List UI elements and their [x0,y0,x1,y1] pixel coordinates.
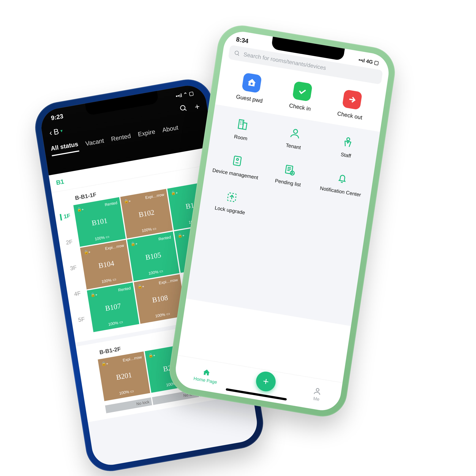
room-status: Expi…rrow [105,243,124,251]
lock-icon: 🔒₊ [77,206,84,212]
building-selector[interactable]: B [53,127,59,136]
lock-icon: 🔒₊ [130,241,137,246]
room-name: B102 [126,206,167,221]
tab-vacant[interactable]: Vacant [85,137,105,150]
search-icon[interactable] [179,104,188,115]
tab-rented[interactable]: Rented [111,132,132,146]
menu-grid: RoomTenantStaffDevice managementPending … [205,113,374,235]
svg-line-12 [240,124,241,124]
room-cell[interactable]: 🔒₊RentedB107100% ▭ [87,282,139,332]
pending-icon [282,162,298,178]
room-name: B105 [133,249,174,264]
svg-line-21 [288,169,291,170]
floor-4f[interactable]: 4F [74,290,81,297]
menu-staff[interactable]: Staff [321,131,374,162]
svg-line-26 [341,182,343,183]
add-icon[interactable]: + [194,102,201,112]
room-status: Expi…rrow [158,277,178,285]
floor-3f[interactable]: 3F [69,264,77,272]
person-icon [287,125,303,141]
building-icon [235,117,251,133]
room-status: Expi…rrow [122,355,142,362]
menu-tenant[interactable]: Tenant [268,122,321,154]
bell-icon [334,170,350,187]
status-time: 8:34 [236,36,249,45]
svg-line-1 [185,109,187,111]
room-name: B104 [85,257,127,272]
svg-point-17 [237,158,238,160]
lock-icon: 🔒₊ [148,352,155,358]
room-name: B201 [103,369,145,384]
room-status: Rented [118,286,131,292]
device-icon [229,153,245,169]
tab-about[interactable]: About [162,124,179,137]
check-in-button[interactable]: Check in [289,81,314,112]
lock-icon: 🔒₊ [90,292,97,297]
phone-green-frame: 8:34 ••ıl 4G ▢ Search for rooms/tenants/… [166,22,398,420]
svg-line-9 [242,121,243,122]
svg-point-14 [293,129,298,134]
menu-device-management[interactable]: Device management [210,150,263,181]
room-battery: 100% ▭ [95,317,136,329]
svg-point-29 [316,388,319,391]
chevron-down-icon[interactable]: ▾ [60,128,63,134]
lock-icon: 🔒₊ [177,233,185,238]
check-icon [292,81,312,102]
svg-line-20 [288,167,291,168]
svg-point-2 [235,51,239,55]
lock-icon: 🔒₊ [83,249,91,255]
svg-line-3 [238,54,239,56]
lock-icon: 🔒₊ [101,361,108,366]
tab-all-status[interactable]: All status [50,140,79,156]
menu-pending-list[interactable]: Pending list [262,159,316,190]
svg-line-13 [242,124,242,125]
svg-line-22 [287,170,289,171]
svg-point-0 [180,105,186,110]
svg-rect-19 [285,165,293,174]
room-name: B108 [139,291,181,307]
floor-title: B-B1-1F [75,191,97,202]
lock-icon: 🔒₊ [137,283,144,289]
floor-title-2: B-B1-2F [99,346,121,356]
floor-2f[interactable]: 2F [66,238,73,246]
svg-line-8 [240,121,241,121]
room-name: B107 [92,300,134,315]
guest-pwd-button[interactable]: Guest pwd [236,72,266,104]
room-name: B101 [79,214,120,230]
room-status: Rented [104,201,118,207]
room-cell[interactable]: 🔒₊RentedB105100% ▭ [127,232,179,281]
upgrade-icon [224,189,240,205]
staff-icon [340,134,356,150]
svg-line-25 [292,173,293,174]
fab-add-button[interactable]: + [255,370,277,393]
arrow-right-icon [342,89,362,110]
room-battery: 100% ▭ [106,386,147,398]
house-search-icon [241,72,262,93]
search-icon [234,50,240,57]
room-cell[interactable]: 🔒₊RentedB101100% ▭ [73,197,126,247]
nav-me[interactable]: Me [312,386,322,402]
back-icon[interactable]: ‹ [49,128,53,137]
lock-icon: 🔒₊ [123,198,131,204]
check-out-button[interactable]: Check out [337,89,366,121]
room-cell[interactable]: 🔒₊Expi…rrowB201100% ▭ [98,351,150,401]
nav-home[interactable]: Home Page [193,366,219,385]
floor-5f[interactable]: 5F [78,316,85,323]
room-status: Rented [158,235,171,241]
room-status: Expi…rrow [145,192,165,200]
svg-line-10 [240,123,241,123]
menu-room[interactable]: Room [216,113,269,145]
floor-1f[interactable]: 1F [60,212,71,221]
tab-expire[interactable]: Expire [137,128,156,141]
building-label[interactable]: B1 [56,178,65,187]
svg-line-18 [236,163,238,163]
svg-point-15 [347,137,350,141]
room-cell[interactable]: 🔒₊Expi…rrowB104100% ▭ [80,240,133,289]
room-cell[interactable]: 🔒₊Expi…rrowB102100% ▭ [120,189,173,238]
menu-lock-upgrade[interactable]: Lock upgrade [205,186,258,218]
lock-icon: 🔒₊ [170,190,178,195]
home-icon [202,368,211,377]
svg-rect-7 [242,123,247,130]
menu-notification-center[interactable]: Notification Center [315,167,368,199]
svg-rect-16 [233,156,241,166]
